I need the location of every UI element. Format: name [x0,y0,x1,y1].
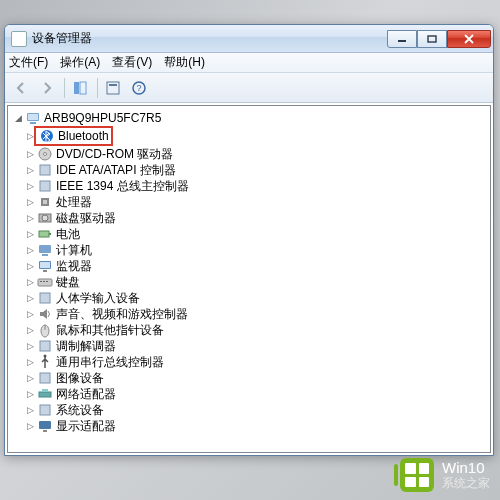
svg-rect-22 [39,245,51,253]
help-button[interactable]: ? [127,76,151,100]
tree-item[interactable]: ▷磁盘驱动器 [10,210,488,226]
expander-icon[interactable]: ▷ [24,290,36,306]
monitor-icon [37,258,53,274]
tree-item-label: 人体学输入设备 [56,290,140,306]
close-button[interactable] [447,30,491,48]
svg-rect-25 [40,262,50,268]
svg-rect-23 [42,254,48,256]
expander-icon[interactable]: ▷ [24,242,36,258]
expander-icon[interactable]: ▷ [24,354,36,370]
expander-icon[interactable]: ▷ [24,258,36,274]
tree-item-label: DVD/CD-ROM 驱动器 [56,146,173,162]
modem-icon [37,338,53,354]
device-manager-window: 设备管理器 文件(F) 操作(A) 查看(V) 帮助(H) [4,24,494,456]
expander-icon[interactable]: ▷ [24,274,36,290]
tree-item[interactable]: ▷网络适配器 [10,386,488,402]
svg-rect-5 [109,84,117,86]
tree-item-label: IEEE 1394 总线主控制器 [56,178,189,194]
tree-item-label: 系统设备 [56,402,104,418]
tree-item[interactable]: ▷鼠标和其他指针设备 [10,322,488,338]
brand-text: Win10 系统之家 [442,460,490,490]
ide-icon [37,162,53,178]
disk-icon [37,210,53,226]
properties-button[interactable] [101,76,125,100]
svg-rect-36 [40,373,50,383]
svg-point-13 [44,153,47,156]
expander-icon[interactable]: ▷ [24,322,36,338]
svg-rect-41 [43,430,47,432]
tree-item[interactable]: ▷监视器 [10,258,488,274]
maximize-button[interactable] [417,30,447,48]
tree-item[interactable]: ▷系统设备 [10,402,488,418]
brand-logo-icon [400,458,434,492]
tree-item[interactable]: ▷显示适配器 [10,418,488,434]
tree-item[interactable]: ▷键盘 [10,274,488,290]
svg-rect-10 [30,122,36,124]
network-icon [37,386,53,402]
expander-icon[interactable]: ▷ [24,210,36,226]
toolbar-separator [97,78,98,98]
svg-rect-3 [80,82,86,94]
expander-icon[interactable]: ▷ [24,226,36,242]
titlebar[interactable]: 设备管理器 [5,25,493,53]
tree-root[interactable]: ◢ ARB9Q9HPU5FC7R5 [10,110,488,126]
menu-help[interactable]: 帮助(H) [164,54,205,71]
svg-rect-14 [40,165,50,175]
tree-item-label: 磁盘驱动器 [56,210,116,226]
svg-text:?: ? [136,83,141,93]
tree-item[interactable]: ▷IEEE 1394 总线主控制器 [10,178,488,194]
tree-item-label: Bluetooth [58,128,109,144]
expander-icon[interactable]: ▷ [24,194,36,210]
tree-item-label: 计算机 [56,242,92,258]
tree-item[interactable]: ▷计算机 [10,242,488,258]
brand-line2: 系统之家 [442,477,490,490]
expander-icon[interactable]: ◢ [12,110,24,126]
usb-icon [37,354,53,370]
menu-file[interactable]: 文件(F) [9,54,48,71]
bluetooth-icon [39,128,55,144]
system-icon [37,402,53,418]
expander-icon[interactable]: ▷ [24,178,36,194]
svg-point-19 [42,215,48,221]
tree-item[interactable]: ▷处理器 [10,194,488,210]
svg-rect-26 [43,270,47,272]
tree-item[interactable]: ▷人体学输入设备 [10,290,488,306]
svg-rect-20 [39,231,49,237]
expander-icon[interactable]: ▷ [24,162,36,178]
minimize-button[interactable] [387,30,417,48]
back-button[interactable] [9,76,33,100]
toolbar-separator [64,78,65,98]
svg-rect-9 [28,114,38,120]
svg-rect-38 [42,389,48,392]
battery-icon [37,226,53,242]
expander-icon[interactable]: ▷ [24,370,36,386]
tree-item[interactable]: ▷图像设备 [10,370,488,386]
window-buttons [387,30,491,48]
expander-icon[interactable]: ▷ [24,306,36,322]
expander-icon[interactable]: ▷ [24,146,36,162]
tree-pane[interactable]: ◢ ARB9Q9HPU5FC7R5 ▷Bluetooth▷DVD/CD-ROM … [7,105,491,453]
tree-item[interactable]: ▷Bluetooth [10,126,488,146]
tree-item[interactable]: ▷通用串行总线控制器 [10,354,488,370]
show-hide-tree-button[interactable] [68,76,92,100]
tree-item-label: 显示适配器 [56,418,116,434]
svg-rect-39 [40,405,50,415]
tree-item-label: IDE ATA/ATAPI 控制器 [56,162,176,178]
svg-rect-0 [398,40,406,42]
tree-item[interactable]: ▷声音、视频和游戏控制器 [10,306,488,322]
expander-icon[interactable]: ▷ [24,338,36,354]
window-title: 设备管理器 [32,30,387,47]
tree-item[interactable]: ▷DVD/CD-ROM 驱动器 [10,146,488,162]
menu-view[interactable]: 查看(V) [112,54,152,71]
tree-item[interactable]: ▷IDE ATA/ATAPI 控制器 [10,162,488,178]
root-label: ARB9Q9HPU5FC7R5 [44,110,161,126]
menu-action[interactable]: 操作(A) [60,54,100,71]
expander-icon[interactable]: ▷ [24,386,36,402]
expander-icon[interactable]: ▷ [24,418,36,434]
svg-rect-21 [49,233,51,235]
forward-button[interactable] [35,76,59,100]
tree-item[interactable]: ▷电池 [10,226,488,242]
expander-icon[interactable]: ▷ [24,402,36,418]
svg-rect-29 [43,281,45,282]
tree-item[interactable]: ▷调制解调器 [10,338,488,354]
